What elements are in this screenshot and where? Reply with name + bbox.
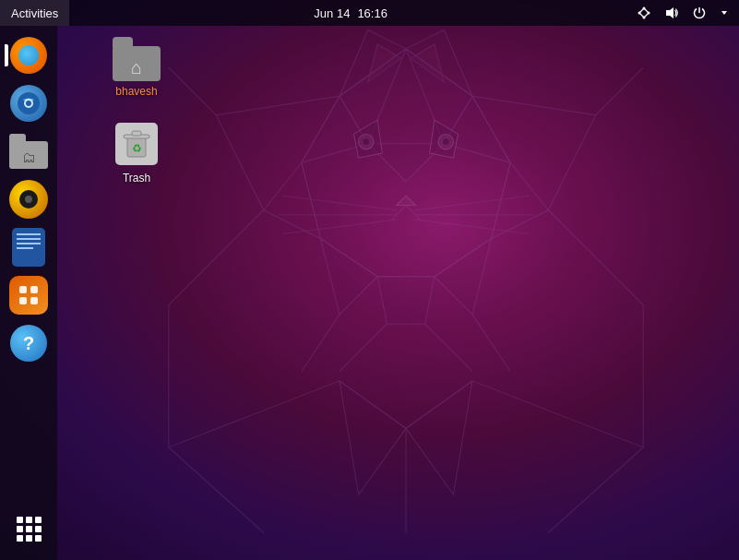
svg-text:♻: ♻	[132, 142, 142, 155]
show-applications-button[interactable]	[6, 506, 51, 551]
dock-item-firefox[interactable]	[6, 33, 51, 77]
svg-marker-25	[377, 277, 435, 324]
rhythmbox-icon	[9, 180, 48, 219]
svg-rect-68	[19, 286, 27, 293]
topbar-date: Jun 14	[314, 6, 350, 20]
thunderbird-icon	[10, 85, 47, 122]
svg-line-47	[472, 381, 643, 447]
dock-item-appstore[interactable]	[6, 273, 51, 317]
trash-label: Trash	[123, 172, 150, 185]
trash-icon: ♻	[113, 120, 161, 168]
libreoffice-icon	[12, 228, 45, 267]
svg-line-38	[472, 96, 596, 115]
svg-line-34	[340, 324, 387, 371]
svg-marker-53	[340, 381, 406, 494]
svg-line-51	[169, 447, 264, 533]
svg-line-62	[644, 13, 649, 18]
dock: 🗂	[0, 26, 57, 560]
svg-line-33	[472, 315, 510, 372]
svg-rect-69	[30, 286, 38, 293]
svg-line-40	[169, 67, 216, 114]
svg-point-67	[26, 101, 31, 106]
svg-line-60	[644, 8, 649, 13]
files-icon: 🗂	[9, 134, 48, 169]
desktop-icon-trash[interactable]: ♻ Trash	[100, 120, 173, 185]
svg-rect-70	[19, 297, 27, 304]
dock-item-libreoffice[interactable]	[6, 225, 51, 269]
power-icon[interactable]	[687, 4, 711, 22]
cat-wallpaper	[74, 18, 738, 554]
topbar: Activities Jun 14 16:16	[0, 0, 739, 26]
activities-button[interactable]: Activities	[0, 0, 69, 26]
topbar-right	[632, 4, 739, 22]
svg-marker-64	[721, 11, 727, 15]
svg-line-31	[492, 210, 549, 239]
svg-line-32	[302, 315, 340, 372]
svg-line-41	[596, 67, 643, 114]
svg-line-43	[548, 210, 643, 305]
firefox-icon	[10, 37, 47, 74]
desktop-icon-bhavesh[interactable]: ⌂ bhavesh	[100, 37, 173, 98]
svg-line-28	[264, 162, 302, 209]
volume-icon[interactable]	[660, 4, 684, 22]
appstore-icon	[9, 276, 48, 315]
network-icon[interactable]	[632, 4, 656, 22]
home-folder-label: bhavesh	[115, 85, 157, 98]
svg-line-52	[548, 447, 643, 533]
svg-line-61	[639, 13, 644, 18]
home-folder-icon: ⌂	[113, 37, 161, 81]
svg-line-29	[510, 162, 548, 209]
svg-point-14	[363, 138, 370, 146]
svg-rect-71	[30, 297, 38, 304]
svg-rect-74	[132, 131, 141, 136]
svg-line-37	[216, 115, 263, 210]
svg-marker-54	[406, 381, 472, 494]
svg-line-46	[169, 381, 340, 447]
grid-icon	[17, 517, 42, 542]
svg-line-39	[548, 115, 595, 210]
dock-item-files[interactable]: 🗂	[6, 129, 51, 173]
topbar-time: 16:16	[357, 6, 387, 20]
svg-line-42	[169, 210, 264, 305]
dock-item-thunderbird[interactable]	[6, 81, 51, 125]
system-menu-arrow[interactable]	[715, 6, 733, 19]
dock-item-help[interactable]: ?	[6, 321, 51, 365]
svg-line-30	[264, 210, 321, 239]
dock-item-rhythmbox[interactable]	[6, 177, 51, 221]
svg-line-35	[425, 324, 472, 371]
help-icon: ?	[10, 325, 47, 362]
svg-line-59	[639, 8, 644, 13]
topbar-center: Jun 14 16:16	[69, 6, 632, 20]
svg-point-15	[442, 138, 449, 146]
svg-line-36	[216, 96, 340, 115]
svg-marker-63	[666, 7, 673, 18]
desktop: Activities Jun 14 16:16	[0, 0, 739, 560]
